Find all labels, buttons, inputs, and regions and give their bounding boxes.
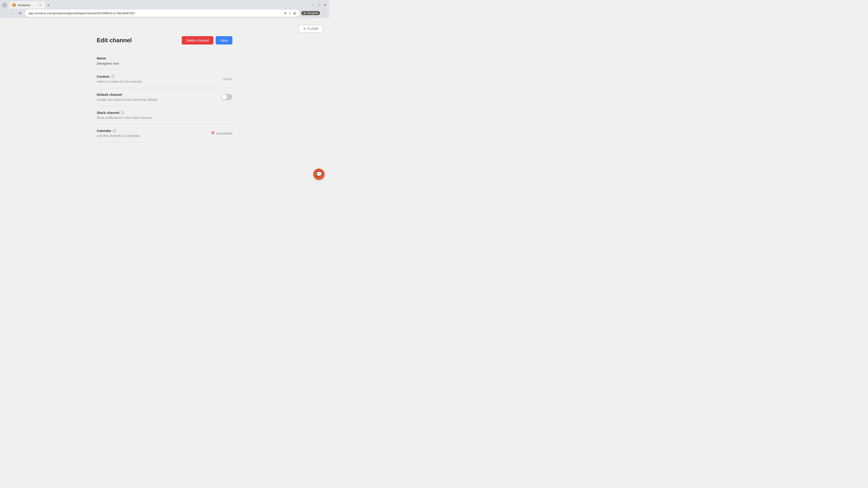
name-value: Designers-one — [97, 61, 232, 65]
header-actions: Delete channel Save — [182, 36, 232, 44]
calendar-field: Calendar ? Link this channel to a calend… — [97, 124, 232, 142]
name-field: Name Designers-one — [97, 52, 232, 70]
calendar-label: Calendar ? — [97, 129, 140, 133]
close-panel-icon: ✕ — [303, 27, 306, 31]
window-controls: − □ ✕ — [310, 3, 327, 7]
sidebar-icon[interactable]: ▤ — [293, 11, 296, 15]
default-channel-description: Assign new tasks to this channel by defa… — [97, 98, 158, 101]
incognito-icon: 🕵 — [303, 11, 306, 15]
maximize-button[interactable]: □ — [316, 3, 321, 7]
reload-button[interactable]: ↻ — [17, 10, 24, 16]
context-field-row: Context ? Select a context for this chan… — [97, 74, 232, 84]
context-description: Select a context for this channel. — [97, 80, 143, 84]
form-container: Edit channel Delete channel Save Name De… — [97, 36, 232, 142]
slack-channel-label: Slack channel ? — [97, 111, 232, 115]
close-window-button[interactable]: ✕ — [323, 3, 327, 7]
context-left: Context ? Select a context for this chan… — [97, 74, 143, 84]
form-title: Edit channel — [97, 37, 132, 44]
form-header: Edit channel Delete channel Save — [97, 36, 232, 44]
active-tab[interactable]: S Sunsama ✕ — [9, 1, 45, 8]
tab-title: Sunsama — [18, 3, 30, 7]
chat-support-button[interactable]: 💬 — [313, 168, 324, 180]
extensions-button[interactable]: ⋮ — [321, 10, 327, 16]
default-channel-row: Default channel Assign new tasks to this… — [97, 93, 232, 101]
download-icon[interactable]: ⇓ — [289, 11, 291, 15]
calendar-field-row: Calendar ? Link this channel to a calend… — [97, 129, 232, 138]
calendar-left: Calendar ? Link this channel to a calend… — [97, 129, 140, 138]
slack-help-icon[interactable]: ? — [121, 111, 124, 115]
tab-close-button[interactable]: ✕ — [38, 3, 42, 7]
url-text: app.sunsama.com/group/moodjoy/settings/c… — [29, 11, 284, 15]
calendar-value: unassigned — [216, 131, 232, 135]
minimize-button[interactable]: − — [310, 3, 315, 7]
close-panel-button[interactable]: ✕ CLOSE — [299, 25, 323, 33]
browser-actions: 🕵 Incognito ⋮ — [301, 10, 327, 16]
slack-channel-placeholder[interactable]: Show notifications in the Slack channel.… — [97, 116, 232, 120]
context-field: Context ? Select a context for this chan… — [97, 70, 232, 88]
title-bar: ⌄ S Sunsama ✕ + − □ ✕ — [0, 0, 329, 8]
default-channel-field: Default channel Assign new tasks to this… — [97, 88, 232, 106]
tab-favicon: S — [12, 3, 16, 7]
bookmark-icon[interactable]: ★ — [284, 11, 287, 15]
close-panel-label: CLOSE — [307, 27, 318, 31]
calendar-icon: 📅 — [211, 131, 215, 135]
forward-button[interactable]: → — [9, 10, 16, 16]
context-help-icon[interactable]: ? — [111, 75, 114, 78]
new-tab-button[interactable]: + — [45, 2, 52, 8]
context-label: Context ? — [97, 74, 143, 78]
browser-chrome: ⌄ S Sunsama ✕ + − □ ✕ ← → ↻ app.sunsama.… — [0, 0, 329, 18]
incognito-badge: 🕵 Incognito — [301, 11, 320, 15]
incognito-label: Incognito — [307, 11, 318, 15]
chat-icon: 💬 — [316, 171, 322, 177]
tab-nav-buttons: ⌄ — [2, 2, 7, 8]
tab-strip: S Sunsama ✕ + — [9, 1, 309, 8]
address-bar[interactable]: app.sunsama.com/group/moodjoy/settings/c… — [25, 9, 300, 17]
page-content: ✕ CLOSE Edit channel Delete channel Save… — [0, 18, 329, 184]
calendar-help-icon[interactable]: ? — [113, 129, 116, 133]
address-bar-row: ← → ↻ app.sunsama.com/group/moodjoy/sett… — [0, 8, 329, 18]
calendar-value-row: 📅 unassigned — [211, 131, 232, 135]
context-select-button[interactable]: Select — [223, 77, 232, 81]
address-icons: ★ ⇓ ▤ — [284, 11, 296, 15]
name-label: Name — [97, 56, 232, 60]
back-button[interactable]: ← — [2, 10, 8, 16]
tab-nav-dropdown[interactable]: ⌄ — [2, 2, 7, 8]
calendar-description: Link this channel to a calendar. — [97, 134, 140, 138]
delete-channel-button[interactable]: Delete channel — [182, 36, 213, 44]
default-channel-toggle[interactable] — [221, 94, 232, 100]
default-channel-label: Default channel — [97, 93, 158, 96]
save-button[interactable]: Save — [216, 36, 232, 44]
default-channel-left: Default channel Assign new tasks to this… — [97, 93, 158, 101]
slack-channel-field: Slack channel ? Show notifications in th… — [97, 106, 232, 124]
